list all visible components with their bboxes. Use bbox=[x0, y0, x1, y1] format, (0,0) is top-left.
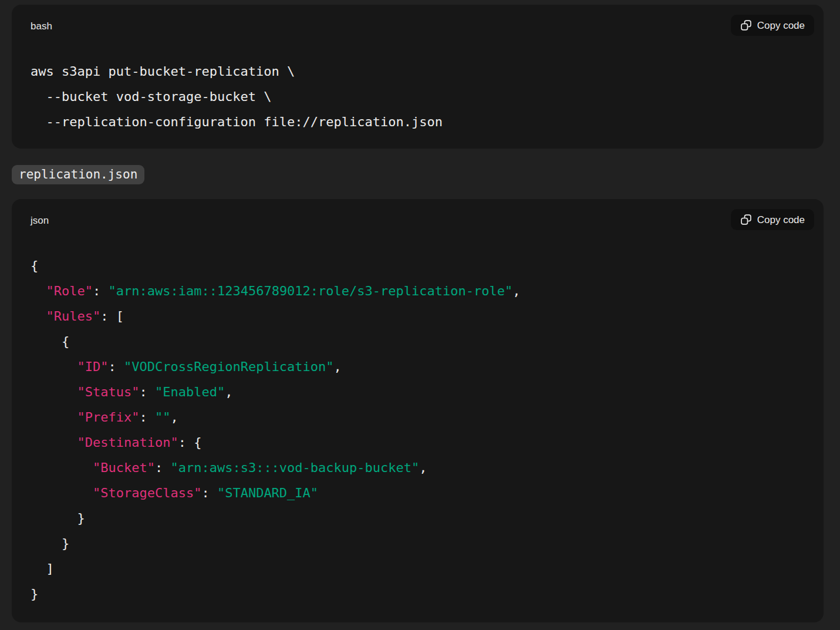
code-line: --bucket vod-storage-bucket \ bbox=[31, 84, 806, 109]
copy-code-button[interactable]: Copy code bbox=[731, 209, 814, 230]
inline-code-chip: replication.json bbox=[12, 165, 144, 184]
chat-message-content: bash Copy code aws s3api put-bucket-repl… bbox=[12, 5, 824, 622]
copy-code-button[interactable]: Copy code bbox=[731, 15, 814, 36]
bash-code: aws s3api put-bucket-replication \ --buc… bbox=[31, 59, 806, 134]
copy-code-label: Copy code bbox=[757, 215, 805, 225]
json-code-block: json Copy code { "Role": "arn:aws:iam::1… bbox=[12, 199, 824, 622]
code-line: "ID": "VODCrossRegionReplication", bbox=[31, 354, 806, 379]
code-line: "Bucket": "arn:aws:s3:::vod-backup-bucke… bbox=[31, 455, 806, 480]
code-block-header: bash Copy code bbox=[31, 20, 806, 33]
code-line: "Status": "Enabled", bbox=[31, 379, 806, 405]
code-line: { bbox=[31, 253, 806, 278]
bash-code-block: bash Copy code aws s3api put-bucket-repl… bbox=[12, 5, 824, 149]
code-line: "Rules": [ bbox=[31, 304, 806, 329]
code-line: "Prefix": "", bbox=[31, 405, 806, 430]
inline-code-row: replication.json bbox=[12, 165, 824, 184]
copy-code-label: Copy code bbox=[757, 21, 805, 31]
code-line: "StorageClass": "STANDARD_IA" bbox=[31, 480, 806, 506]
copy-icon bbox=[740, 214, 752, 225]
code-language-label: bash bbox=[31, 21, 52, 32]
code-line: } bbox=[31, 581, 806, 607]
code-line: ] bbox=[31, 556, 806, 581]
code-language-label: json bbox=[31, 215, 49, 227]
code-line: } bbox=[31, 531, 806, 556]
code-line: } bbox=[31, 506, 806, 531]
json-code: { "Role": "arn:aws:iam::123456789012:rol… bbox=[31, 253, 806, 607]
code-line: aws s3api put-bucket-replication \ bbox=[31, 59, 806, 84]
code-line: --replication-configuration file://repli… bbox=[31, 109, 806, 134]
code-line: "Role": "arn:aws:iam::123456789012:role/… bbox=[31, 278, 806, 304]
code-line: { bbox=[31, 329, 806, 354]
code-line: "Destination": { bbox=[31, 430, 806, 455]
code-block-header: json Copy code bbox=[31, 214, 806, 227]
copy-icon bbox=[740, 19, 752, 31]
